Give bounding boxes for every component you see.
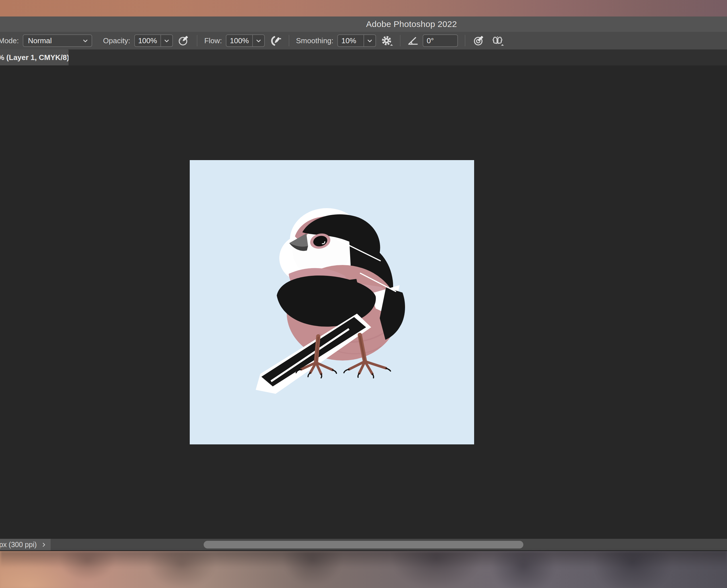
chevron-down-icon — [366, 37, 373, 44]
flow-value[interactable]: 100% — [226, 35, 252, 46]
flow-label: Flow: — [204, 36, 222, 45]
brush-options-bar: Mode: Normal Opacity: 100% Flow: 100% Sm… — [0, 32, 727, 50]
divider — [465, 35, 465, 46]
tablet-pressure-opacity-icon[interactable] — [177, 34, 190, 47]
wallpaper-reflections — [0, 551, 727, 588]
status-bar[interactable]: px (300 ppi) — [0, 539, 50, 550]
pasteboard — [0, 65, 727, 539]
paint-symmetry-butterfly-icon[interactable] — [491, 34, 504, 47]
desktop-wallpaper-top — [0, 0, 727, 17]
window-titlebar[interactable]: Adobe Photoshop 2022 — [0, 17, 727, 32]
flow-dropdown-button[interactable] — [252, 35, 264, 46]
smoothing-value[interactable]: 10% — [338, 35, 364, 46]
chevron-down-icon — [255, 37, 262, 44]
divider — [197, 35, 198, 46]
status-scrollbar-row: px (300 ppi) — [0, 539, 727, 550]
window-title: Adobe Photoshop 2022 — [366, 19, 457, 29]
brush-angle-value[interactable]: 0° — [423, 35, 457, 46]
document-tab-label: % (Layer 1, CMYK/8) — [0, 53, 68, 62]
bird-artwork — [190, 160, 474, 444]
desktop-wallpaper-bottom — [0, 550, 727, 588]
status-expand-chevron-icon[interactable] — [41, 542, 47, 548]
opacity-label: Opacity: — [103, 36, 130, 45]
mode-label: Mode: — [0, 36, 19, 45]
opacity-dropdown-button[interactable] — [161, 35, 172, 46]
horizontal-scrollbar-thumb[interactable] — [204, 541, 524, 548]
blend-mode-value: Normal — [28, 36, 52, 45]
divider — [289, 35, 289, 46]
brush-settings-gear-icon[interactable] — [380, 34, 393, 47]
opacity-field[interactable]: 100% — [134, 35, 173, 47]
document-tab-bar: % (Layer 1, CMYK/8) — [0, 49, 727, 65]
smoothing-label: Smoothing: — [296, 36, 334, 45]
document-tab[interactable]: % (Layer 1, CMYK/8) — [0, 49, 68, 65]
smoothing-field[interactable]: 10% — [337, 35, 376, 47]
document-canvas[interactable] — [190, 160, 474, 444]
smoothing-dropdown-button[interactable] — [364, 35, 375, 46]
airbrush-icon[interactable] — [269, 34, 282, 47]
blend-mode-select[interactable]: Normal — [23, 35, 92, 47]
flow-field[interactable]: 100% — [226, 35, 265, 47]
brush-angle-field[interactable]: 0° — [423, 35, 458, 47]
flyout-triangle — [390, 44, 393, 47]
chevron-down-icon — [82, 37, 89, 44]
chevron-down-icon — [163, 37, 170, 44]
document-info-text: px (300 ppi) — [0, 541, 37, 549]
tablet-pressure-size-icon[interactable] — [472, 34, 485, 47]
divider — [400, 35, 400, 46]
opacity-value[interactable]: 100% — [135, 35, 161, 46]
flyout-triangle — [501, 44, 504, 47]
brush-angle-icon — [407, 34, 419, 47]
